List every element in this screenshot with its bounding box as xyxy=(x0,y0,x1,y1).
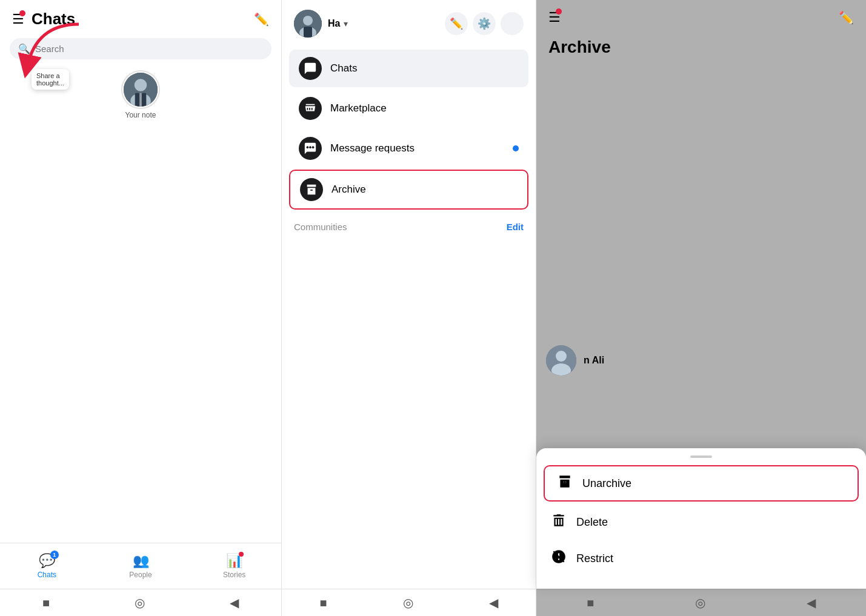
back-btn-2[interactable]: ◀ xyxy=(489,595,498,610)
user-name: Ha xyxy=(328,18,340,29)
notification-dot xyxy=(19,10,25,16)
home-btn[interactable]: ■ xyxy=(42,596,50,610)
svg-point-10 xyxy=(309,146,311,148)
your-note-avatar[interactable] xyxy=(122,71,159,108)
marketplace-menu-label: Marketplace xyxy=(330,102,387,114)
archive-menu-label: Archive xyxy=(331,184,366,196)
unarchive-icon xyxy=(557,474,573,493)
circle-btn-3[interactable]: ◎ xyxy=(695,595,705,610)
context-menu-delete[interactable]: Delete xyxy=(536,504,866,540)
nav-label-stories: Stories xyxy=(223,571,245,579)
message-requests-label: Message requests xyxy=(330,142,415,154)
context-menu-restrict[interactable]: Restrict xyxy=(536,540,866,577)
svg-point-12 xyxy=(312,146,315,148)
context-menu-unarchive[interactable]: Unarchive xyxy=(544,465,859,502)
compose-button[interactable]: ✏️ xyxy=(254,12,269,27)
dropdown-pencil-button[interactable]: ✏️ xyxy=(445,12,468,35)
delete-icon xyxy=(551,512,567,532)
svg-rect-5 xyxy=(139,93,142,107)
circle-btn[interactable]: ◎ xyxy=(135,595,145,610)
back-btn-3[interactable]: ◀ xyxy=(807,595,816,610)
nav-item-chats[interactable]: 💬 1 Chats xyxy=(0,548,94,584)
panel-archive: ☰ ✏️ Archive n Ali xyxy=(536,0,866,616)
nav-item-people[interactable]: 👥 People xyxy=(94,548,188,584)
your-note-label: Your note xyxy=(125,111,156,119)
circle-btn-2[interactable]: ◎ xyxy=(403,595,413,610)
search-input[interactable] xyxy=(35,44,263,54)
user-avatar xyxy=(294,10,322,38)
restrict-label: Restrict xyxy=(576,552,613,565)
hamburger-menu-button[interactable]: ☰ xyxy=(12,12,24,27)
message-requests-dot xyxy=(513,145,519,151)
svg-point-11 xyxy=(307,146,309,148)
context-menu: Unarchive Delete Rest xyxy=(536,448,866,589)
menu-item-marketplace[interactable]: Marketplace xyxy=(289,90,528,127)
svg-rect-9 xyxy=(304,27,312,38)
menu-item-message-requests[interactable]: Message requests xyxy=(289,130,528,167)
user-avatar-img xyxy=(294,10,322,38)
android-nav-2: ■ ◎ ◀ xyxy=(282,589,536,616)
settings-button[interactable]: ⚙️ xyxy=(473,12,496,35)
svg-point-14 xyxy=(556,351,567,362)
home-btn-2[interactable]: ■ xyxy=(319,596,327,610)
search-bar[interactable]: 🔍 xyxy=(10,38,271,59)
archive-hamburger-button[interactable]: ☰ xyxy=(548,10,561,25)
menu-item-chats[interactable]: Chats xyxy=(289,50,528,87)
nav-item-stories[interactable]: 📊 Stories xyxy=(187,548,281,584)
nav-label-people: People xyxy=(129,571,152,579)
stories-badge-wrap: 📊 xyxy=(226,553,242,569)
android-nav-1: ■ ◎ ◀ xyxy=(0,589,281,616)
stories-dot xyxy=(239,552,244,557)
header-left: ☰ Chats xyxy=(12,10,75,28)
user-info[interactable]: Ha ▾ xyxy=(294,10,348,38)
marketplace-menu-icon xyxy=(299,97,322,120)
archive-chat-name: n Ali xyxy=(584,355,604,366)
unarchive-label: Unarchive xyxy=(582,477,631,490)
archive-header: ☰ ✏️ xyxy=(536,0,866,33)
communities-row: Communities Edit xyxy=(282,214,536,234)
chats-badge: 💬 1 xyxy=(39,553,55,569)
bottom-nav: 💬 1 Chats 👥 People 📊 Stories xyxy=(0,543,281,589)
svg-point-7 xyxy=(303,16,313,25)
archive-avatar-img xyxy=(546,345,576,376)
nav-label-chats: Chats xyxy=(38,571,56,579)
restrict-icon xyxy=(551,549,567,568)
archive-content: n Ali Unarchive xyxy=(536,64,866,589)
partial-button xyxy=(501,12,524,35)
panel-chats: ☰ Chats ✏️ 🔍 Share a thought... xyxy=(0,0,282,616)
home-btn-3[interactable]: ■ xyxy=(587,596,594,610)
archive-title: Archive xyxy=(536,33,866,64)
avatar-image xyxy=(124,73,158,107)
chats-header: ☰ Chats ✏️ xyxy=(0,0,281,33)
chats-panel-title: Chats xyxy=(32,10,75,28)
user-name-row: Ha ▾ xyxy=(328,18,348,29)
svg-point-2 xyxy=(135,79,147,91)
archive-notification-dot xyxy=(556,8,562,15)
menu-item-archive[interactable]: Archive xyxy=(289,170,528,210)
menu-list: Chats Marketplace Message requests xyxy=(282,45,536,214)
chats-badge-count: 1 xyxy=(50,551,59,559)
back-btn[interactable]: ◀ xyxy=(230,595,239,610)
archive-menu-icon xyxy=(300,178,323,201)
archive-avatar xyxy=(546,345,576,376)
chats-menu-label: Chats xyxy=(330,62,357,75)
chevron-down-icon: ▾ xyxy=(344,19,348,28)
your-note-section[interactable]: Share a thought... Your note xyxy=(0,64,281,127)
communities-label: Communities xyxy=(294,222,347,232)
chats-menu-icon xyxy=(299,57,322,80)
context-menu-handle xyxy=(690,455,712,458)
message-requests-menu-icon xyxy=(299,137,322,160)
archive-chat-item[interactable]: n Ali xyxy=(536,338,866,383)
android-nav-3: ■ ◎ ◀ xyxy=(536,589,866,616)
edit-communities-button[interactable]: Edit xyxy=(507,222,524,232)
dropdown-header: Ha ▾ ✏️ ⚙️ xyxy=(282,0,536,45)
search-icon: 🔍 xyxy=(18,43,30,55)
delete-label: Delete xyxy=(576,516,608,529)
people-nav-icon: 👥 xyxy=(133,553,149,569)
note-tooltip: Share a thought... xyxy=(32,69,69,90)
panel-dropdown: Ha ▾ ✏️ ⚙️ Chats xyxy=(282,0,536,616)
archive-pencil-button[interactable]: ✏️ xyxy=(839,10,854,25)
